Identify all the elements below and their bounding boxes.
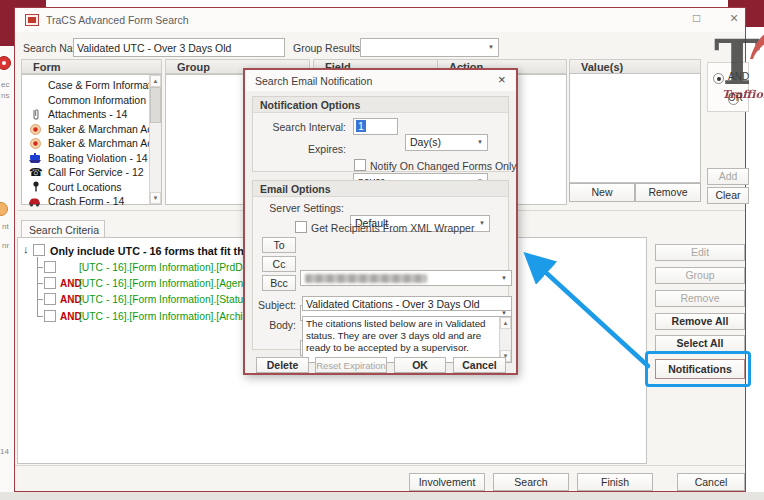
notify-changed-forms-checkbox[interactable] bbox=[354, 159, 366, 171]
remove-button[interactable]: Remove bbox=[655, 290, 745, 307]
scroll-down-icon[interactable]: ▼ bbox=[150, 192, 161, 204]
list-item[interactable]: Common Information bbox=[22, 93, 161, 108]
dialog-close-icon[interactable]: × bbox=[498, 72, 506, 87]
to-field[interactable]: ▼ bbox=[300, 270, 512, 286]
list-item[interactable]: Baker & Marchman Act - bbox=[22, 122, 161, 137]
app-icon bbox=[25, 14, 39, 26]
maximize-icon[interactable]: □ bbox=[693, 11, 700, 25]
dialog-title: Search Email Notification bbox=[255, 75, 372, 87]
notify-changed-forms-label: Notify On Changed Forms Only bbox=[370, 160, 516, 172]
pin-icon bbox=[32, 181, 40, 192]
redacted-email-blur bbox=[305, 274, 427, 283]
search-interval-label: Search Interval: bbox=[272, 121, 346, 133]
tree-connector bbox=[37, 267, 43, 268]
left-fragment-2: ns bbox=[1, 91, 9, 100]
interval-unit-select[interactable]: Day(s) ▼ bbox=[405, 134, 488, 151]
bcc-button[interactable]: Bcc bbox=[262, 275, 296, 291]
list-item[interactable]: Baker & Marchman Act - bbox=[22, 136, 161, 151]
new-button[interactable]: New bbox=[569, 183, 635, 202]
interval-unit-value: Day(s) bbox=[410, 136, 441, 148]
remove-all-button[interactable]: Remove All bbox=[655, 313, 745, 330]
list-item[interactable]: ☎ Call For Service - 12 bbox=[22, 165, 161, 180]
chevron-down-icon: ▼ bbox=[501, 275, 507, 281]
list-item[interactable]: Court Locations bbox=[22, 180, 161, 195]
tab-label: Search Criteria bbox=[29, 224, 99, 236]
left-fragment-4: nr bbox=[2, 241, 9, 250]
reset-expiration-button[interactable]: Reset Expiration bbox=[315, 357, 387, 373]
to-button[interactable]: To bbox=[262, 237, 296, 253]
email-options-header: Email Options bbox=[253, 181, 508, 197]
drag-arrow-icon: ↓ bbox=[23, 243, 29, 255]
select-all-button[interactable]: Select All bbox=[655, 335, 745, 352]
search-interval-value: 1 bbox=[356, 120, 366, 132]
group-button[interactable]: Group bbox=[655, 267, 745, 284]
edit-button[interactable]: Edit bbox=[655, 244, 745, 261]
list-item[interactable]: Case & Form Information bbox=[22, 78, 161, 93]
dialog-cancel-button[interactable]: Cancel bbox=[453, 357, 506, 373]
criteria-row-checkbox[interactable] bbox=[44, 310, 56, 322]
body-text: The citations listed below are in Valida… bbox=[303, 317, 497, 355]
tab-search-criteria[interactable]: Search Criteria bbox=[21, 220, 105, 238]
tree-connector bbox=[37, 283, 43, 284]
server-settings-label: Server Settings: bbox=[269, 202, 344, 214]
xml-wrapper-label: Get Recipients From XML Wrapper bbox=[311, 222, 474, 234]
close-icon[interactable]: × bbox=[730, 10, 738, 26]
boat-icon bbox=[29, 153, 41, 164]
left-fragment-3: nt bbox=[2, 222, 9, 231]
body-textarea[interactable]: The citations listed below are in Valida… bbox=[302, 316, 512, 363]
list-item[interactable]: Crash Form - 14 bbox=[22, 194, 161, 209]
subject-label: Subject: bbox=[258, 299, 296, 311]
tree-connector bbox=[37, 316, 43, 317]
values-column-header: Value(s) bbox=[569, 59, 701, 74]
notification-options-header: Notification Options bbox=[253, 97, 508, 113]
clear-button[interactable]: Clear bbox=[707, 187, 749, 204]
list-item[interactable]: Boating Violation - 14 bbox=[22, 151, 161, 166]
scrollbar-thumb[interactable] bbox=[150, 87, 161, 123]
search-name-input[interactable] bbox=[73, 38, 285, 57]
form-list[interactable]: Case & Form Information Common Informati… bbox=[21, 74, 162, 205]
title-bar[interactable]: TraCS Advanced Form Search □ × bbox=[15, 8, 745, 32]
criteria-row-checkbox[interactable] bbox=[44, 293, 56, 305]
background-left-strip bbox=[0, 46, 14, 500]
add-button[interactable]: Add bbox=[707, 168, 749, 185]
body-scrollbar[interactable]: ▲ ▼ bbox=[499, 317, 511, 362]
background-bottom-strip bbox=[0, 492, 764, 500]
finish-button[interactable]: Finish bbox=[577, 473, 653, 491]
subject-input[interactable] bbox=[302, 296, 512, 311]
ok-button[interactable]: OK bbox=[394, 357, 446, 373]
criteria-root-checkbox[interactable] bbox=[33, 244, 45, 256]
bottom-separator bbox=[15, 465, 745, 466]
dialog-title-bar[interactable]: Search Email Notification × bbox=[245, 70, 516, 91]
search-interval-input[interactable]: 1 bbox=[353, 118, 398, 135]
watermark-logo: T Traffion bbox=[710, 28, 764, 118]
tree-connector bbox=[37, 257, 38, 317]
record-icon bbox=[30, 124, 41, 135]
group-results-select[interactable]: ▼ bbox=[360, 38, 499, 57]
form-column-header: Form bbox=[21, 59, 162, 74]
chevron-down-icon: ▼ bbox=[479, 220, 485, 226]
cancel-button[interactable]: Cancel bbox=[677, 473, 745, 491]
search-email-notification-dialog: Search Email Notification × Notification… bbox=[243, 68, 518, 375]
watermark-text: Traffion bbox=[722, 88, 764, 101]
delete-button[interactable]: Delete bbox=[256, 357, 309, 373]
search-button[interactable]: Search bbox=[493, 473, 569, 491]
criteria-row-path: [UTC - 16].[Form Information].[Status] bbox=[79, 294, 251, 305]
criteria-row-path: [UTC - 16].[Form Information].[Agency] bbox=[79, 278, 256, 289]
cc-button[interactable]: Cc bbox=[262, 256, 296, 272]
scroll-up-icon[interactable]: ▲ bbox=[150, 75, 161, 87]
values-list[interactable] bbox=[569, 73, 701, 183]
notifications-highlight-box bbox=[645, 351, 751, 387]
xml-wrapper-checkbox[interactable] bbox=[295, 221, 307, 233]
notification-options-group: Notification Options Search Interval: 1 … bbox=[252, 96, 509, 172]
criteria-row-checkbox[interactable] bbox=[44, 277, 56, 289]
scroll-up-icon[interactable]: ▲ bbox=[500, 317, 511, 329]
left-fragment-5: 14 bbox=[0, 447, 9, 456]
car-icon bbox=[28, 197, 41, 207]
remove-value-button[interactable]: Remove bbox=[635, 183, 701, 202]
list-item[interactable]: Attachments - 14 bbox=[22, 107, 161, 122]
window-title: TraCS Advanced Form Search bbox=[46, 14, 189, 26]
phone-icon: ☎ bbox=[29, 165, 43, 180]
criteria-row-checkbox[interactable] bbox=[44, 261, 56, 273]
involvement-button[interactable]: Involvement bbox=[409, 473, 485, 491]
form-list-scrollbar[interactable]: ▲ ▼ bbox=[149, 75, 161, 204]
